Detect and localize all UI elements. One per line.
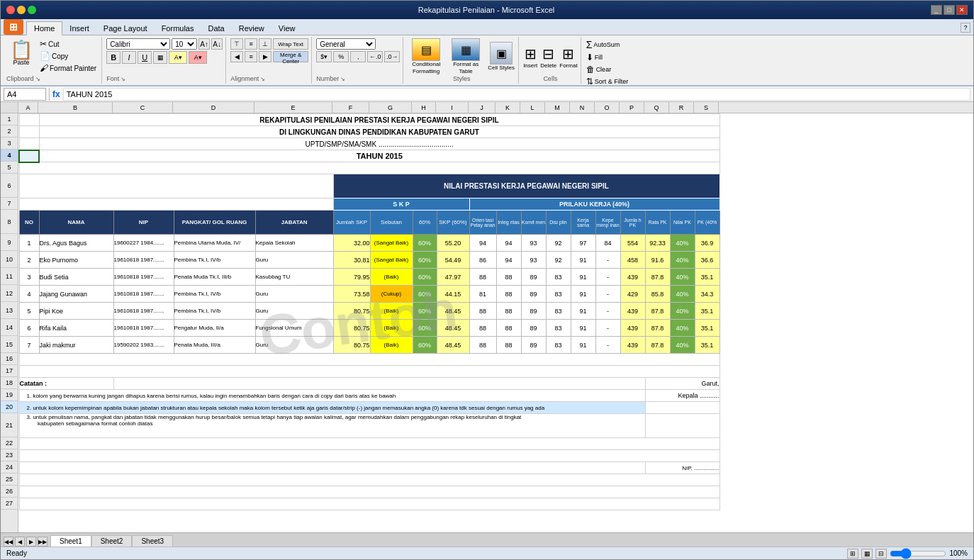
col-jumlah-skp[interactable]: Jumlah SKP (333, 211, 370, 235)
col-header-e[interactable]: E (254, 102, 332, 113)
cell-pk40-5[interactable]: 35.1 (695, 303, 720, 320)
cell-pk40-4[interactable]: 34.3 (695, 286, 720, 303)
align-left-btn[interactable]: ◀ (230, 51, 243, 62)
align-right-btn[interactable]: ▶ (259, 51, 272, 62)
cell-60-5[interactable]: 60% (413, 303, 437, 320)
normal-view-btn[interactable]: ⊞ (847, 549, 858, 559)
cell-row7-perilaku[interactable]: PRILAKU KERJA (40%) (469, 198, 720, 211)
cell-row26[interactable] (19, 486, 720, 498)
cell-row7-empty[interactable] (19, 198, 333, 211)
sheet-nav-next[interactable]: ▶ (26, 537, 36, 547)
col-header-l[interactable]: L (520, 102, 545, 113)
cell-nama-2[interactable]: Eko Purnomo (39, 252, 113, 269)
cell-jpk-3[interactable]: 439 (620, 269, 645, 286)
cell-di-2[interactable]: 92 (546, 252, 571, 269)
cell-row5[interactable] (19, 162, 720, 174)
copy-button[interactable]: 📄Copy (38, 50, 99, 62)
cell-60-3[interactable]: 60% (413, 269, 437, 286)
cell-kep-6[interactable]: - (595, 320, 620, 337)
cell-npk-4[interactable]: 40% (670, 286, 695, 303)
row-11-header[interactable]: 11 (1, 268, 18, 285)
clear-btn[interactable]: 🗑Clear (586, 64, 637, 75)
wrap-text-btn[interactable]: Wrap Text (273, 38, 308, 50)
cell-nip-3[interactable]: 19610818 1987....... (113, 269, 174, 286)
col-kepemimpinan[interactable]: Kepe mimp inan (595, 211, 620, 235)
cell-row20-empty[interactable] (645, 402, 720, 414)
cell-row23[interactable] (19, 450, 720, 462)
cell-jpk-1[interactable]: 554 (620, 235, 645, 252)
cell-kep-2[interactable]: - (595, 252, 620, 269)
cell-jpk-5[interactable]: 439 (620, 303, 645, 320)
cell-ke-5[interactable]: 91 (571, 303, 595, 320)
col-header-b[interactable]: B (38, 102, 113, 113)
office-button[interactable]: ⊞ (4, 19, 23, 35)
maximize-btn[interactable]: □ (944, 5, 955, 15)
col-pk40[interactable]: PK (40% (695, 211, 720, 235)
cell-in-7[interactable]: 88 (496, 337, 521, 354)
page-break-btn[interactable]: ⊟ (875, 549, 887, 559)
cell-ke-3[interactable]: 91 (571, 269, 595, 286)
cell-note2[interactable]: 2. untuk kolom kepemimpinan apabila buka… (19, 402, 645, 414)
cell-row7-skp[interactable]: S K P (333, 198, 469, 211)
tab-formulas[interactable]: Formulas (155, 22, 201, 35)
cell-nip-6[interactable]: 19610818 1987....... (113, 320, 174, 337)
clipboard-expand[interactable]: ↘ (35, 76, 40, 82)
col-header-s[interactable]: S (694, 102, 719, 113)
cell-b4-tahun[interactable]: TAHUN 2015 (39, 150, 720, 162)
cell-ko-6[interactable]: 89 (521, 320, 546, 337)
cell-kep-3[interactable]: - (595, 269, 620, 286)
cell-sebutan-6[interactable]: (Baik) (370, 320, 413, 337)
cell-rpk-2[interactable]: 91.6 (645, 252, 670, 269)
cell-pk40-7[interactable]: 35.1 (695, 337, 720, 354)
col-disiplin[interactable]: Disi plin (546, 211, 571, 235)
cell-jpk-7[interactable]: 439 (620, 337, 645, 354)
col-header-h[interactable]: H (412, 102, 436, 113)
row-12-header[interactable]: 12 (1, 285, 18, 302)
cell-reference-input[interactable] (4, 88, 46, 101)
col-komitmen[interactable]: Komit men (521, 211, 546, 235)
col-nip[interactable]: NIP (113, 211, 174, 235)
sort-filter-btn[interactable]: ⇅Sort & Filter (586, 76, 637, 87)
cell-no-4[interactable]: 4 (19, 286, 39, 303)
cell-or-1[interactable]: 94 (469, 235, 496, 252)
cell-nip-7[interactable]: 19590202 1983....... (113, 337, 174, 354)
row-10-header[interactable]: 10 (1, 251, 18, 268)
row-22-header[interactable]: 22 (1, 437, 18, 449)
cell-sebutan-3[interactable]: (Baik) (370, 269, 413, 286)
col-orientasi[interactable]: Orien tasi Pelay anan (469, 211, 496, 235)
cell-sebutan-4[interactable]: (Cukup) (370, 286, 413, 303)
cell-ke-2[interactable]: 91 (571, 252, 595, 269)
cut-button[interactable]: ✂Cut (38, 38, 99, 50)
increase-decimal-btn[interactable]: .0→ (384, 51, 400, 62)
cell-jabatan-2[interactable]: Guru (255, 252, 333, 269)
currency-btn[interactable]: $▾ (316, 51, 332, 62)
cell-rpk-3[interactable]: 87.8 (645, 269, 670, 286)
cell-no-1[interactable]: 1 (19, 235, 39, 252)
cell-b1-title1[interactable]: REKAPITULASI PENILAIAN PRESTASI KERJA PE… (39, 114, 720, 126)
cell-jabatan-1[interactable]: Kepala Sekolah (255, 235, 333, 252)
page-layout-btn[interactable]: ▦ (861, 549, 873, 559)
cell-row22[interactable] (19, 438, 720, 450)
sheet-tab-3[interactable]: Sheet3 (132, 535, 173, 547)
number-expand[interactable]: ↘ (340, 76, 345, 82)
cell-skp60-2[interactable]: 54.49 (437, 252, 469, 269)
cell-a2[interactable] (19, 126, 39, 138)
col-60pct[interactable]: 60% (413, 211, 437, 235)
cell-b3-title3[interactable]: UPTD/SMP/SMA/SMK .......................… (39, 138, 720, 150)
cell-ke-6[interactable]: 91 (571, 320, 595, 337)
comma-btn[interactable]: , (350, 51, 366, 62)
cell-pk40-1[interactable]: 36.9 (695, 235, 720, 252)
tab-insert[interactable]: Insert (62, 22, 96, 35)
col-header-c[interactable]: C (113, 102, 173, 113)
row-27-header[interactable]: 27 (1, 498, 18, 510)
cell-60-6[interactable]: 60% (413, 320, 437, 337)
cell-pangkat-5[interactable]: Pembina Tk.I, IV/b (174, 303, 255, 320)
cell-sebutan-5[interactable]: (Baik) (370, 303, 413, 320)
font-size-select[interactable]: 10 (172, 38, 197, 50)
cell-row16[interactable] (19, 354, 720, 366)
cell-nama-7[interactable]: Jaki makmur (39, 337, 113, 354)
col-sebutan[interactable]: Sebutan (370, 211, 413, 235)
cell-row17[interactable] (19, 366, 720, 378)
cell-ko-1[interactable]: 93 (521, 235, 546, 252)
cell-ko-2[interactable]: 93 (521, 252, 546, 269)
